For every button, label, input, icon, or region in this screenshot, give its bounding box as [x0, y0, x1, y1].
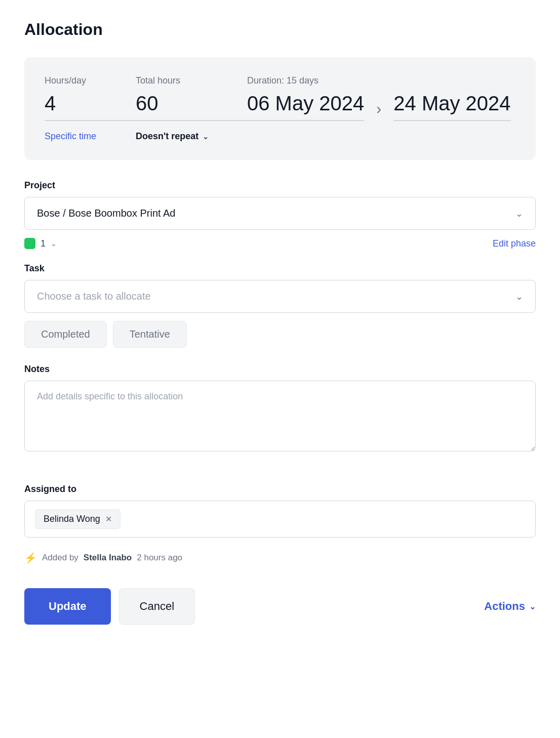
project-select[interactable]: Bose / Bose Boombox Print Ad ⌄	[24, 197, 536, 230]
date-range-row: 06 May 2024 › 24 May 2024	[247, 92, 515, 129]
duration-label: Duration: 15 days	[247, 75, 515, 86]
footer-left: Update Cancel	[24, 588, 195, 625]
end-date-value: 24 May 2024	[393, 92, 510, 121]
total-hours-col: Total hours 60 Doesn't repeat ⌄	[136, 75, 247, 142]
hours-per-day-label: Hours/day	[45, 75, 136, 86]
task-placeholder: Choose a task to allocate	[37, 291, 151, 302]
project-label: Project	[24, 180, 536, 191]
allocation-card: Hours/day 4 Specific time Total hours 60…	[24, 57, 536, 160]
total-hours-value: 60	[136, 92, 247, 121]
task-select[interactable]: Choose a task to allocate ⌄	[24, 280, 536, 313]
project-section: Project Bose / Bose Boombox Print Ad ⌄ 1…	[24, 180, 536, 249]
actions-label: Actions	[484, 600, 525, 613]
footer-row: Update Cancel Actions ⌄	[24, 588, 536, 625]
notes-textarea[interactable]	[24, 381, 536, 452]
added-by-name: Stella Inabo	[84, 553, 132, 563]
tentative-button[interactable]: Tentative	[113, 321, 187, 348]
update-button[interactable]: Update	[24, 588, 111, 625]
start-date-value: 06 May 2024	[247, 92, 364, 121]
hours-per-day-col: Hours/day 4 Specific time	[45, 75, 136, 142]
task-label: Task	[24, 263, 536, 274]
completed-button[interactable]: Completed	[24, 321, 107, 348]
lightning-icon: ⚡	[24, 552, 37, 564]
notes-section: Notes	[24, 364, 536, 470]
assignee-chip: Belinda Wong ✕	[35, 509, 121, 529]
task-chevron-icon: ⌄	[515, 291, 523, 302]
assignee-remove-icon[interactable]: ✕	[105, 514, 112, 524]
specific-time-link[interactable]: Specific time	[45, 131, 136, 142]
phase-badge[interactable]: 1 ⌄	[24, 238, 57, 249]
hours-per-day-value: 4	[45, 92, 136, 121]
date-arrow-icon: ›	[376, 100, 381, 117]
project-selected-value: Bose / Bose Boombox Print Ad	[37, 208, 176, 219]
added-by-row: ⚡ Added by Stella Inabo 2 hours ago	[24, 552, 536, 564]
added-by-suffix: 2 hours ago	[137, 553, 182, 563]
phase-number: 1	[41, 238, 46, 249]
repeat-chevron-icon: ⌄	[203, 133, 209, 141]
page-title: Allocation	[24, 20, 536, 39]
assignee-name: Belinda Wong	[44, 514, 100, 524]
added-by-prefix: Added by	[42, 553, 78, 563]
assigned-to-field[interactable]: Belinda Wong ✕	[24, 501, 536, 538]
actions-dropdown[interactable]: Actions ⌄	[484, 600, 536, 613]
repeat-label: Doesn't repeat	[136, 131, 198, 142]
assigned-to-section: Assigned to Belinda Wong ✕	[24, 484, 536, 538]
duration-col: Duration: 15 days 06 May 2024 › 24 May 2…	[247, 75, 515, 142]
notes-label: Notes	[24, 364, 536, 375]
total-hours-label: Total hours	[136, 75, 247, 86]
project-chevron-icon: ⌄	[515, 208, 523, 219]
cancel-button[interactable]: Cancel	[119, 588, 195, 625]
task-section: Task Choose a task to allocate ⌄ Complet…	[24, 263, 536, 348]
edit-phase-link[interactable]: Edit phase	[493, 238, 536, 249]
actions-chevron-icon: ⌄	[529, 602, 536, 611]
phase-dot-icon	[24, 238, 35, 249]
assigned-to-label: Assigned to	[24, 484, 536, 495]
status-buttons: Completed Tentative	[24, 321, 536, 348]
repeat-dropdown[interactable]: Doesn't repeat ⌄	[136, 131, 247, 142]
phase-row: 1 ⌄ Edit phase	[24, 238, 536, 249]
phase-chevron-icon: ⌄	[51, 239, 57, 248]
